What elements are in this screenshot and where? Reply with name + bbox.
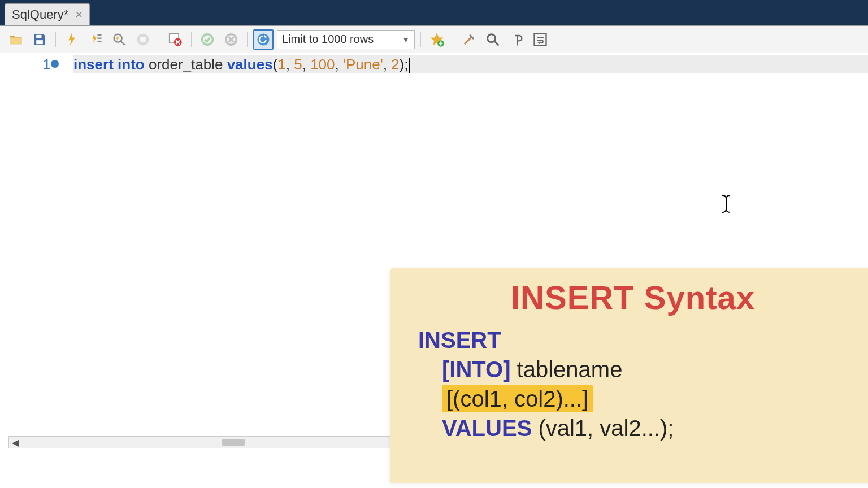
stop-error-button[interactable] xyxy=(165,29,185,50)
code-line: insert into order_table values(1, 5, 100… xyxy=(73,55,868,73)
commit-button xyxy=(197,29,218,50)
favorites-button[interactable] xyxy=(427,29,447,50)
toolbar-separator xyxy=(55,32,56,47)
close-icon[interactable]: × xyxy=(75,7,83,22)
svg-rect-1 xyxy=(36,40,43,44)
syntax-help-card: INSERT Syntax INSERT [INTO] tablename [(… xyxy=(390,268,868,483)
find-button[interactable] xyxy=(483,29,503,50)
code-number: 1 xyxy=(277,56,285,73)
svg-point-14 xyxy=(488,34,496,42)
explain-button[interactable] xyxy=(109,29,129,50)
text-cursor-icon xyxy=(720,194,732,216)
tab-bar: SqlQuery* × xyxy=(0,0,868,25)
open-file-button[interactable] xyxy=(6,29,26,50)
beautify-button[interactable] xyxy=(459,29,479,50)
editor-toolbar: Limit to 1000 rows ▼ xyxy=(0,26,868,53)
syntax-line-4: VALUES (val1, val2...); xyxy=(418,413,848,443)
card-title: INSERT Syntax xyxy=(418,278,848,316)
toolbar-separator-5 xyxy=(420,32,421,47)
row-limit-label: Limit to 1000 rows xyxy=(282,33,374,46)
invisible-chars-button[interactable] xyxy=(506,29,527,50)
tab-title: SqlQuery* xyxy=(12,7,68,22)
syntax-line-3: [(col1, col2)...] xyxy=(418,384,848,413)
scroll-left-icon[interactable]: ◀ xyxy=(9,437,21,448)
svg-rect-3 xyxy=(98,37,102,38)
syntax-line-2: [INTO] tablename xyxy=(418,355,848,384)
query-tab[interactable]: SqlQuery* × xyxy=(5,3,90,25)
line-number: 1 xyxy=(0,55,51,73)
toolbar-separator-3 xyxy=(191,32,192,47)
save-button[interactable] xyxy=(29,29,50,50)
execute-current-button[interactable] xyxy=(85,29,106,50)
svg-rect-4 xyxy=(98,41,102,42)
stop-button xyxy=(133,29,153,50)
line-gutter: 1 xyxy=(0,53,73,465)
row-limit-dropdown[interactable]: Limit to 1000 rows ▼ xyxy=(277,30,415,49)
code-keyword: insert into xyxy=(73,56,145,73)
autocommit-toggle[interactable] xyxy=(253,29,274,50)
code-keyword-2: values xyxy=(227,56,273,73)
syntax-line-1: INSERT xyxy=(418,325,848,355)
scroll-thumb[interactable] xyxy=(222,439,245,446)
svg-rect-0 xyxy=(36,34,41,38)
toolbar-separator-6 xyxy=(453,32,453,47)
execute-button[interactable] xyxy=(62,29,82,50)
rollback-button xyxy=(221,29,241,50)
text-cursor xyxy=(409,58,410,73)
code-string: 'Pune' xyxy=(343,56,383,73)
toolbar-separator-2 xyxy=(159,32,159,47)
svg-rect-7 xyxy=(140,37,145,42)
chevron-down-icon: ▼ xyxy=(402,35,410,44)
code-identifier: order_table xyxy=(145,56,227,73)
toolbar-separator-4 xyxy=(247,32,248,47)
code-punct: ( xyxy=(273,56,278,73)
wrap-button[interactable] xyxy=(530,29,550,50)
statement-marker-icon xyxy=(51,60,59,68)
svg-rect-2 xyxy=(98,34,102,35)
